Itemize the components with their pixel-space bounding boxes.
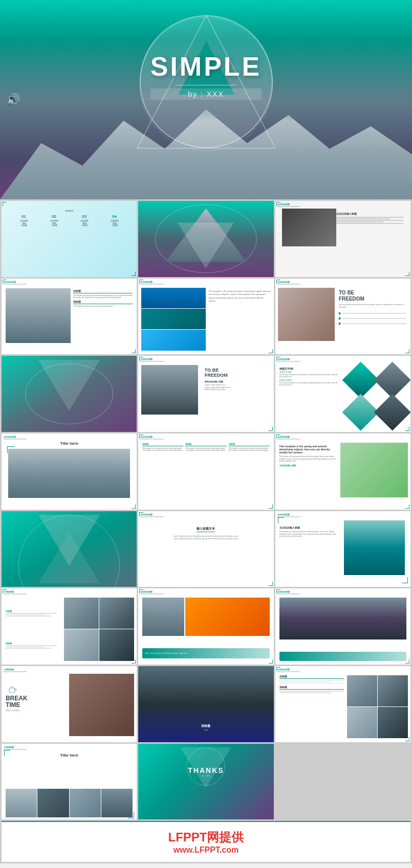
slide-sublabel-6: Spring and autumn advertisement xyxy=(277,283,408,285)
bracket-br-15 xyxy=(402,577,408,583)
freedom-photo-8 xyxy=(141,365,198,415)
surfer-body: This template is the spring and autumn a… xyxy=(279,531,339,538)
teal-bottom-bar xyxy=(279,652,407,661)
slide-freedom-small: 点击此处标题 Spring and autumn advertisement T… xyxy=(138,356,273,432)
slide-columns: 点击此处标题 Spring and autumn advertisement 淡… xyxy=(138,433,273,510)
slide-photo-text: 点击此处标题 Spring and autumn advertisement 淡… xyxy=(2,279,137,355)
hero-title: SIMPLE xyxy=(150,51,262,82)
text-right-4: 淡标题 The template is the spring and autum… xyxy=(73,290,133,308)
slide-header-11: 点击此处标题 Spring and autumn advertisement xyxy=(140,436,271,440)
watermark-url: www.LFPPT.com xyxy=(174,846,238,855)
slide-header-10: 点击此处标题 Spring and autumn advertisement xyxy=(4,436,135,440)
bridge-text: This template is the spring and autumn a… xyxy=(209,290,271,303)
surfer-text: 点击此处输入标题 This template is the spring and… xyxy=(279,526,339,538)
slide-header-17: 点击此处标题 Spring and autumn advertisement xyxy=(140,590,271,595)
content-item-2: 02 点击此处添加小标题 xyxy=(50,214,58,227)
surfer-photo xyxy=(344,520,405,575)
teal-bar-photo xyxy=(279,598,407,639)
plane-photo-1 xyxy=(142,598,184,635)
content-item-3: 03 点击此处添加小标题 xyxy=(80,214,89,227)
corner-br-8 xyxy=(269,427,273,431)
slide-freedom-right: 点击此处标题 Spring and autumn advertisement T… xyxy=(275,279,410,355)
interior-photo xyxy=(278,288,335,341)
slide-diamonds: 点击此处标题 Spring and autumn advertisement 标… xyxy=(275,356,410,432)
corner-sq-tl xyxy=(7,446,14,453)
content-text-1: 点击此处添加小标题 xyxy=(20,220,28,227)
content-num-3: 03 xyxy=(80,214,89,219)
title-here-text: Title here xyxy=(60,441,78,446)
text-left-16: 淡标题 深标题 xyxy=(6,598,62,660)
text-body-4b: The template is the spring and autumn ad… xyxy=(73,305,133,308)
corner-br-21 xyxy=(405,737,409,741)
slide-sublabel-19: Spring and autumn advertisement xyxy=(4,671,135,673)
corner-tl xyxy=(3,202,7,206)
sound-icon[interactable]: 🔊 xyxy=(6,93,20,106)
slide-header-3: 点击此处标题 Spring and autumn advertisement xyxy=(277,203,408,208)
hero-content: SIMPLE by : XXX xyxy=(150,51,262,100)
text-left-12: This template is the spring and autumn a… xyxy=(279,445,339,467)
content-text-4: 点击此处添加小标题 xyxy=(111,220,119,227)
diamonds-grid xyxy=(345,365,408,427)
plane-photo-2 xyxy=(185,598,269,635)
diamond-sub1: 专题文字体说 xyxy=(279,371,340,373)
gpr-title2: 深标题 xyxy=(279,686,344,690)
slide-utensils: 点击此处标题 Spring and autumn advertisement 点… xyxy=(275,201,410,277)
slide-header-9: 点击此处标题 Spring and autumn advertisement xyxy=(277,358,408,362)
diamond-body1: You can also information in or assembly … xyxy=(279,374,340,378)
slide-sublabel-8: Spring and autumn advertisement xyxy=(140,360,271,362)
content-num-4: 04 xyxy=(111,214,119,219)
slide-header-12: 点击此处标题 Spring and autumn advertisement xyxy=(277,436,408,440)
click-input-12: 点击此处输入标题 xyxy=(279,464,339,467)
content-item-1: 01 点击此处添加小标题 xyxy=(20,214,28,227)
slide-sublabel-16: Spring and autumn advertisement xyxy=(4,593,135,595)
slide-header-18: 点击此处标题 Spring and autumn advertisement xyxy=(277,590,408,595)
utensils-lines xyxy=(336,217,404,224)
slide-bridge: 点击此处标题 Spring and autumn advertisement T… xyxy=(138,279,273,355)
col1-body: The template is the spring and autumn ad… xyxy=(142,447,183,452)
bracket-tl-22 xyxy=(4,750,10,756)
slide-sublabel-11: Spring and autumn advertisement xyxy=(140,438,271,440)
corner-br-9 xyxy=(405,427,409,431)
slide-sublabel-17: Spring and autumn advertisement xyxy=(140,593,271,595)
freedom-body: One can reach free from the best every d… xyxy=(339,304,406,309)
corner-br-12 xyxy=(405,505,409,509)
text-body-12: This template is the spring and autumn a… xyxy=(279,455,339,463)
break-image xyxy=(69,674,134,736)
gpr-p1 xyxy=(347,675,377,706)
slide-photo-right: 点击此处标题 Spring and autumn advertisement T… xyxy=(275,433,410,510)
bridge-photo-1 xyxy=(141,288,206,308)
tb16b-title: 深标题 xyxy=(6,642,62,645)
tb16b-line2 xyxy=(6,647,46,648)
thanks-main-text: THANKS xyxy=(188,766,224,774)
slide-header-21: 点击此处标题 Spring and autumn advertisement xyxy=(277,668,408,673)
slide-header-6: 点击此处标题 Spring and autumn advertisement xyxy=(277,281,408,285)
col3-body: The template is the spring and autumn ad… xyxy=(229,447,270,452)
slide-sublabel-5: Spring and autumn advertisement xyxy=(140,283,271,285)
corner-br-11 xyxy=(269,505,273,509)
diamond-body2: You can also information in or assembly … xyxy=(279,382,340,386)
three-cols: 淡标题 The template is the spring and autum… xyxy=(142,443,269,506)
gpr-p4 xyxy=(378,707,408,738)
gpr-photos-right xyxy=(347,675,408,738)
input-title-14: 输入标题文本 xyxy=(197,527,215,532)
diamond-2 xyxy=(374,362,410,399)
corner-br xyxy=(132,272,136,276)
slide-teal-mountain xyxy=(2,356,137,432)
slide-header-19: 小清淡标题 Spring and autumn advertisement xyxy=(4,668,135,673)
freedom-title-8: TO BEFREEDOM xyxy=(205,368,270,379)
slide-center-text: 点击此处标题 Spring and autumn advertisement 输… xyxy=(138,511,273,587)
bp22-1 xyxy=(6,789,37,817)
bracket-br-22 xyxy=(128,812,134,818)
photo-grid-16 xyxy=(64,598,134,660)
corner-br-5 xyxy=(269,349,273,353)
tb16a-title: 淡标题 xyxy=(6,610,62,612)
hero-divider xyxy=(175,85,236,85)
bottom-photos-22 xyxy=(6,789,133,817)
content-text-3: 点击此处添加小标题 xyxy=(80,220,89,227)
slide-gpr: 点击此处标题 Spring and autumn advertisement 淡… xyxy=(275,666,410,742)
corner-br-17 xyxy=(269,659,273,664)
thanks-sub-text: by : XXX xyxy=(188,774,224,777)
gpr-title: 淡标题 xyxy=(279,675,344,679)
pg16-2 xyxy=(99,598,134,629)
tb16b-line3 xyxy=(6,648,51,649)
